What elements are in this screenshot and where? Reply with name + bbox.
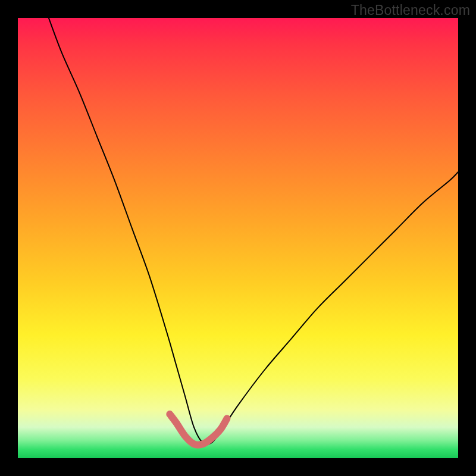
chart-frame: TheBottleneck.com bbox=[0, 0, 476, 476]
plot-area bbox=[18, 18, 458, 458]
highlight-curve bbox=[170, 414, 227, 445]
watermark-text: TheBottleneck.com bbox=[351, 2, 470, 18]
curve-svg bbox=[18, 18, 458, 458]
bottleneck-curve bbox=[49, 18, 458, 444]
